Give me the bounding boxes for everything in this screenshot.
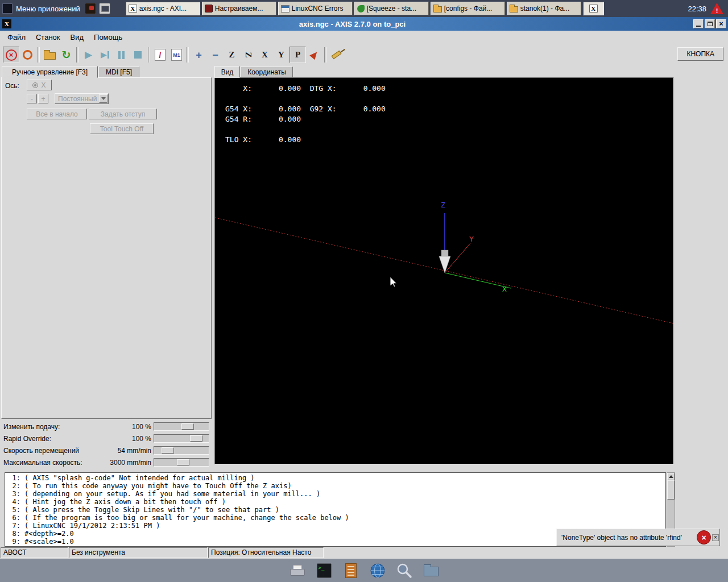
preview-3d-canvas[interactable]: X: 0.000 DTG X: 0.000 G54 X: 0.000 G92 X…	[214, 77, 674, 464]
stop-icon	[134, 51, 142, 59]
rapid-override-slider[interactable]	[154, 434, 209, 443]
gcode-line[interactable]: 1:( AXIS "splash g-code" Not intended fo…	[6, 474, 665, 482]
view-y-icon: Y	[278, 50, 284, 60]
view-x-button[interactable]: X	[257, 47, 273, 63]
toolbar-separator	[76, 47, 78, 63]
minimize-button[interactable]	[693, 19, 704, 28]
slider-handle[interactable]	[190, 435, 202, 442]
taskbar-item-errors[interactable]: LinuxCNC Errors	[278, 2, 353, 15]
jog-speed-combo[interactable]: Постоянный	[55, 93, 109, 104]
gcode-line-number: 6:	[6, 514, 20, 522]
jog-plus-button[interactable]: +	[38, 94, 48, 103]
pause-button[interactable]	[113, 47, 130, 63]
notification-dismiss-button[interactable]: ×	[697, 530, 711, 544]
skip-lines-button[interactable]: /	[152, 47, 168, 63]
machine-power-button[interactable]	[19, 47, 36, 63]
gcode-line[interactable]: 6:( If the program is too big or small f…	[6, 514, 665, 522]
taskbar-item-xterm[interactable]: X	[583, 2, 604, 15]
warning-icon[interactable]: !	[710, 3, 723, 14]
clock: 22:38	[688, 0, 706, 17]
tab-mdi[interactable]: MDI [F5]	[98, 66, 139, 78]
tab-preview[interactable]: Вид	[214, 66, 240, 78]
skip-lines-icon: /	[155, 49, 166, 61]
open-file-button[interactable]	[42, 47, 58, 63]
custom-panel-button[interactable]: КНОПКА	[677, 47, 723, 61]
dock-terminal-icon[interactable]: >_	[315, 562, 333, 580]
dock-editor-icon[interactable]	[342, 562, 360, 580]
taskbar-item-squeeze[interactable]: [Squeeze - sta...	[354, 2, 429, 15]
rotate-view-button[interactable]	[306, 47, 322, 63]
gcode-line-text: ( Hint jog the Z axis down a bit then to…	[24, 498, 226, 506]
axis-x-radio[interactable]: X	[27, 80, 52, 90]
view-y-button[interactable]: Y	[273, 47, 289, 63]
gcode-line-text: ( LinuxCNC 19/1/2012 2:13:51 PM )	[24, 522, 160, 530]
combo-arrow-button[interactable]	[99, 94, 107, 103]
estop-button[interactable]: ×	[3, 47, 19, 63]
terminal-screen: >_	[317, 563, 332, 578]
dock: >_	[0, 560, 728, 581]
close-icon: ×	[719, 21, 723, 27]
launcher-icon-2[interactable]	[99, 3, 110, 14]
view-perspective-button[interactable]: P	[289, 47, 306, 63]
close-button[interactable]: ×	[716, 19, 726, 28]
slash-glyph: /	[159, 51, 162, 60]
tool-touch-off-button[interactable]: Tool Touch Off	[90, 123, 154, 134]
taskbar-item-stanok[interactable]: stanok(1) - Фа...	[507, 2, 581, 15]
max-velocity-slider[interactable]	[154, 458, 209, 467]
slider-handle[interactable]	[177, 459, 189, 465]
reload-button[interactable]: ↻	[58, 47, 75, 63]
menu-help[interactable]: Помощь	[89, 31, 127, 43]
gcode-line[interactable]: 3:( depending on your setup. As if you h…	[6, 490, 665, 498]
jog-minus-button[interactable]: -	[27, 94, 37, 103]
taskbar-item-label: Настраиваем...	[215, 5, 263, 13]
taskbar-item-configs[interactable]: [configs - Фай...	[431, 2, 505, 15]
rapid-override-value: 100 %	[83, 435, 151, 443]
scrollbar-thumb[interactable]	[667, 480, 675, 500]
dock-files-icon[interactable]	[422, 562, 440, 580]
zoom-out-button[interactable]: −	[207, 47, 224, 63]
dock-search-icon[interactable]	[395, 562, 413, 580]
screen: Меню приложений X axis.ngc - AXI... Наст…	[0, 0, 728, 582]
applications-menu-button[interactable]: Меню приложений	[0, 0, 85, 17]
run-button[interactable]: ▶	[80, 47, 97, 63]
window-titlebar[interactable]: X axis.ngc - AXIS 2.7.0 on to_pci ×	[0, 17, 728, 31]
notification-close-icon[interactable]: ×	[712, 534, 719, 541]
tab-manual-control[interactable]: Ручное управление [F3]	[2, 66, 98, 78]
taskbar-item-settings[interactable]: Настраиваем...	[202, 2, 276, 15]
slider-handle[interactable]	[162, 447, 174, 454]
launcher-icon-1[interactable]	[85, 3, 96, 14]
radio-icon	[32, 82, 38, 88]
menu-machine[interactable]: Станок	[31, 31, 65, 43]
y-axis-label: Y	[469, 235, 474, 243]
jog-speed-slider[interactable]	[154, 446, 209, 455]
slider-handle[interactable]	[181, 423, 194, 430]
toolbar-separator	[148, 47, 150, 63]
zoom-in-button[interactable]: +	[191, 47, 207, 63]
feed-override-slider[interactable]	[154, 422, 209, 431]
gcode-line[interactable]: 2:( To run this code anyway you might ha…	[6, 482, 665, 490]
stop-button[interactable]	[130, 47, 146, 63]
taskbar-item-axis[interactable]: X axis.ngc - AXI...	[126, 2, 200, 15]
optional-stop-button[interactable]: M1	[168, 47, 185, 63]
touch-off-button[interactable]: Задать отступ	[89, 109, 157, 119]
scroll-up-button[interactable]	[667, 473, 675, 480]
view-z-button[interactable]: Z	[224, 47, 240, 63]
view-z-rotated-button[interactable]: Z	[240, 47, 257, 63]
gcode-line[interactable]: 4:( Hint jog the Z axis down a bit then …	[6, 498, 665, 506]
folder-icon	[433, 6, 442, 13]
tab-dro[interactable]: Координаты	[241, 66, 293, 78]
status-tool: Без инструмента	[69, 547, 208, 558]
machine-power-icon	[23, 50, 32, 60]
maximize-button[interactable]	[705, 19, 715, 28]
menu-view[interactable]: Вид	[65, 31, 89, 43]
dock-browser-icon[interactable]	[369, 562, 387, 580]
toolbar-separator	[38, 47, 40, 63]
home-all-button[interactable]: Все в начало	[27, 109, 87, 119]
gcode-line[interactable]: 5:( Also press the Toggle Skip Lines wit…	[6, 506, 665, 514]
applications-menu-label: Меню приложений	[16, 5, 80, 13]
dock-printer-icon[interactable]	[288, 562, 307, 580]
chevron-down-icon	[101, 97, 106, 100]
menu-file[interactable]: Файл	[2, 31, 31, 43]
clear-plot-button[interactable]	[328, 47, 345, 63]
step-button[interactable]: ▶	[97, 47, 113, 63]
